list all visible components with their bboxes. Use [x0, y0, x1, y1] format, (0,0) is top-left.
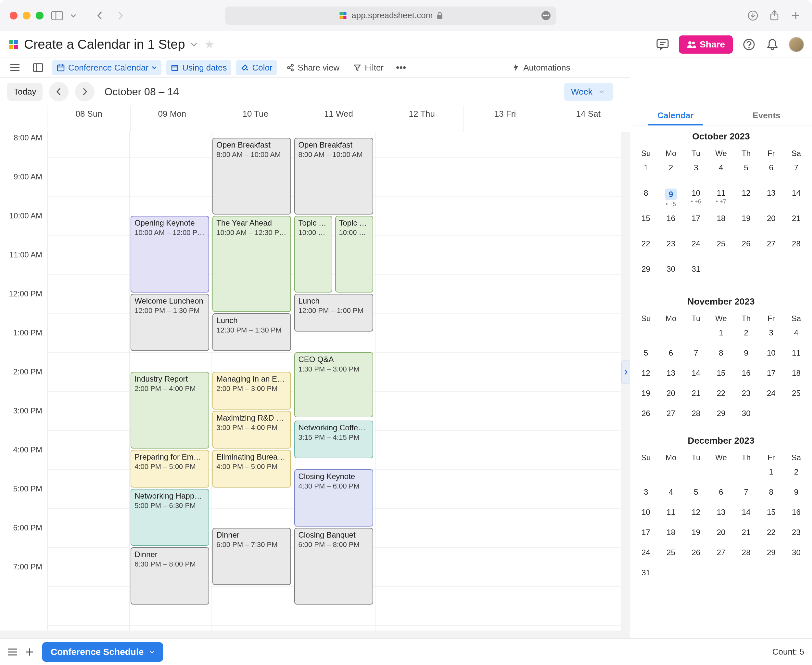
mini-calendar-day[interactable]: 14: [734, 505, 759, 525]
mini-calendar-day[interactable]: 2: [784, 465, 809, 485]
calendar-event[interactable]: Eliminating Bureaucracy 4:00 PM – 5:00 P…: [212, 450, 291, 488]
horizontal-scrollbar[interactable]: [0, 631, 630, 638]
mini-calendar-day[interactable]: 8: [708, 346, 734, 366]
calendar-event[interactable]: The Year Ahead 10:00 AM – 12:30 P…: [212, 216, 291, 312]
automations-button[interactable]: Automations: [507, 60, 575, 75]
mini-calendar-day[interactable]: 25: [708, 237, 734, 262]
mini-calendar-day[interactable]: 18: [658, 525, 683, 545]
sheet-menu-icon[interactable]: [8, 649, 17, 655]
vertical-scrollbar[interactable]: [621, 132, 630, 638]
mini-calendar-day[interactable]: 3: [759, 326, 784, 346]
prev-week-button[interactable]: [49, 82, 69, 102]
mini-calendar-day[interactable]: 24: [759, 386, 784, 406]
view-mode-selector[interactable]: Week: [564, 83, 613, 101]
mini-calendar-day[interactable]: 24: [683, 237, 708, 262]
mini-calendar-day[interactable]: 26: [734, 237, 759, 262]
mini-calendar-day[interactable]: 30: [658, 262, 683, 287]
mini-calendar-day[interactable]: 30: [784, 545, 809, 565]
mini-calendar-day[interactable]: 19: [683, 525, 708, 545]
calendar-event[interactable]: Dinner 6:00 PM – 7:30 PM: [212, 528, 291, 585]
mini-calendar-day[interactable]: 28: [683, 406, 708, 426]
mini-calendar-day[interactable]: 30: [734, 406, 759, 426]
favorite-star-icon[interactable]: [204, 40, 214, 49]
mini-calendar-day[interactable]: 12: [633, 366, 658, 386]
mini-calendar-day[interactable]: 17: [759, 366, 784, 386]
more-options-icon[interactable]: •••: [393, 62, 410, 73]
mini-calendar-day[interactable]: 18: [784, 366, 809, 386]
view-selector[interactable]: Conference Calendar: [52, 60, 162, 75]
mini-calendar-day[interactable]: 15: [633, 211, 658, 237]
mini-calendar-day[interactable]: 11: [784, 346, 809, 366]
calendar-event[interactable]: Industry Report 2:00 PM – 4:00 PM: [131, 372, 209, 449]
mini-calendar-day[interactable]: 13: [759, 186, 784, 211]
calendar-event[interactable]: Opening Keynote 10:00 AM – 12:00 P…: [131, 216, 209, 293]
mini-calendar-day[interactable]: 9: [734, 346, 759, 366]
menu-icon[interactable]: [6, 61, 24, 74]
mini-calendar-day[interactable]: 27: [759, 237, 784, 262]
next-week-button[interactable]: [75, 82, 95, 102]
calendar-event[interactable]: Open Breakfast 8:00 AM – 10:00 AM: [294, 138, 373, 215]
mini-calendar-day[interactable]: 12: [734, 186, 759, 211]
mini-calendar-day[interactable]: 31: [683, 262, 708, 287]
mini-calendar-day[interactable]: 23: [734, 386, 759, 406]
mini-calendar-day[interactable]: 20: [658, 386, 683, 406]
mini-calendar-day[interactable]: 1: [708, 326, 734, 346]
notifications-icon[interactable]: [765, 38, 779, 52]
share-view-button[interactable]: Share view: [282, 60, 344, 75]
sheet-tab-active[interactable]: Conference Schedule: [42, 642, 163, 662]
user-avatar[interactable]: [789, 37, 804, 52]
back-icon[interactable]: [93, 9, 106, 22]
mini-calendar-day[interactable]: 22: [708, 386, 734, 406]
site-menu-icon[interactable]: •••: [541, 11, 551, 20]
comments-icon[interactable]: [655, 38, 670, 52]
address-bar[interactable]: app.spreadsheet.com •••: [225, 7, 556, 25]
sidebar-tab-events[interactable]: Events: [721, 106, 812, 125]
mini-calendar-day[interactable]: 21: [683, 386, 708, 406]
calendar-event[interactable]: Closing Banquet 6:00 PM – 8:00 PM: [294, 528, 373, 604]
mini-calendar-day[interactable]: 27: [708, 545, 734, 565]
panel-toggle-icon[interactable]: [29, 61, 47, 74]
mini-calendar-day[interactable]: 7: [683, 346, 708, 366]
title-dropdown-icon[interactable]: [190, 42, 198, 47]
mini-calendar-day[interactable]: 14: [784, 186, 809, 211]
calendar-event[interactable]: Open Breakfast 8:00 AM – 10:00 AM: [212, 138, 291, 215]
mini-calendar-day[interactable]: 2: [734, 326, 759, 346]
mini-calendar-day[interactable]: 13: [708, 505, 734, 525]
mini-calendar-day[interactable]: 9: [784, 485, 809, 505]
mini-calendar-day[interactable]: 4: [784, 326, 809, 346]
mini-calendar-day[interactable]: 5: [633, 346, 658, 366]
mini-calendar-day[interactable]: 12: [683, 505, 708, 525]
mini-calendar-day[interactable]: 29: [759, 545, 784, 565]
mini-calendar-day[interactable]: 25: [784, 386, 809, 406]
mini-calendar-day[interactable]: 3: [633, 485, 658, 505]
calendar-event[interactable]: Managing in an Economic… 2:00 PM – 3:00 …: [212, 372, 291, 409]
calendar-event[interactable]: Networking Coffee Hour 3:15 PM – 4:15 PM: [294, 421, 373, 458]
mini-calendar-day[interactable]: 18: [708, 211, 734, 237]
mini-calendar-day[interactable]: 23: [658, 237, 683, 262]
calendar-event[interactable]: CEO Q&A 1:30 PM – 3:00 PM: [294, 352, 373, 417]
mini-calendar-day[interactable]: 10: [633, 505, 658, 525]
mini-calendar-day[interactable]: 8: [759, 485, 784, 505]
share-button[interactable]: Share: [679, 35, 733, 54]
mini-calendar-day[interactable]: 24: [633, 545, 658, 565]
mini-calendar-day[interactable]: 6: [708, 485, 734, 505]
mini-calendar-day[interactable]: 21: [734, 525, 759, 545]
mini-calendar-day[interactable]: 16: [784, 505, 809, 525]
mini-calendar-day[interactable]: 16: [734, 366, 759, 386]
sidebar-tab-calendar[interactable]: Calendar: [630, 106, 721, 125]
add-sheet-icon[interactable]: [25, 648, 34, 656]
filter-button[interactable]: Filter: [348, 60, 388, 75]
calendar-event[interactable]: Networking Happy Hour 5:00 PM – 6:30 PM: [131, 489, 209, 546]
mini-calendar-day[interactable]: 7: [734, 485, 759, 505]
mini-calendar-day[interactable]: 11: [658, 505, 683, 525]
maximize-window-icon[interactable]: [36, 12, 44, 20]
mini-calendar-day[interactable]: 13: [658, 366, 683, 386]
mini-calendar-day[interactable]: 20: [759, 211, 784, 237]
mini-calendar-day[interactable]: 29: [633, 262, 658, 287]
mini-calendar-day[interactable]: 4: [658, 485, 683, 505]
help-icon[interactable]: [742, 38, 756, 52]
mini-calendar-day[interactable]: 15: [759, 505, 784, 525]
workbook-title[interactable]: Create a Calendar in 1 Step: [24, 37, 185, 52]
mini-calendar-day[interactable]: 31: [633, 565, 658, 586]
sidebar-toggle-icon[interactable]: [51, 9, 64, 22]
